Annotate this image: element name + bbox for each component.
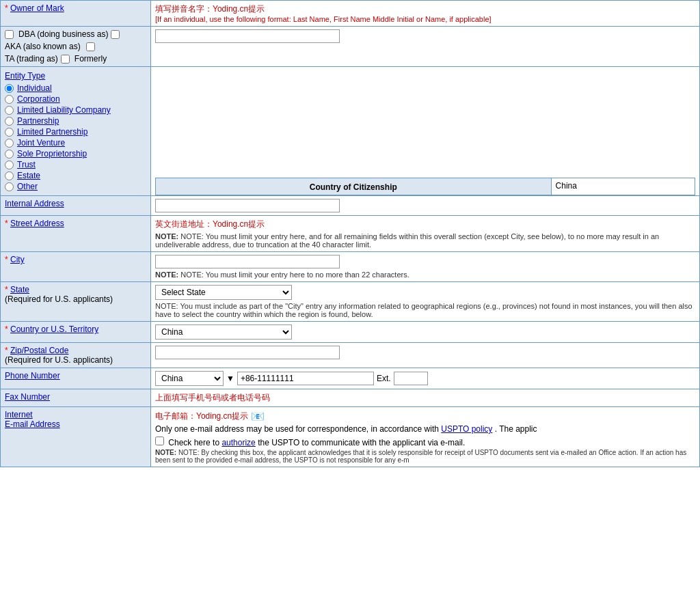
owner-hint: 填写拼音名字：Yoding.cn提示 bbox=[155, 3, 695, 15]
radio-sole-proprietorship-input[interactable] bbox=[5, 150, 14, 158]
city-note: NOTE: NOTE: You must limit your entry he… bbox=[155, 271, 695, 279]
street-note: NOTE: NOTE: You must limit your entry he… bbox=[155, 232, 695, 249]
phone-number-input[interactable] bbox=[237, 372, 374, 385]
email-section: 电子邮箱：Yoding.cn提示 📧 Only one e-mail addre… bbox=[155, 410, 695, 464]
radio-joint-venture-input[interactable] bbox=[5, 139, 14, 148]
email-hint-text: 电子邮箱：Yoding.cn提示 bbox=[155, 411, 248, 422]
radio-partnership-input[interactable] bbox=[5, 117, 14, 126]
ta-checkbox[interactable] bbox=[86, 42, 95, 51]
dba-input[interactable] bbox=[155, 29, 340, 43]
street-hint: 英文街道地址：Yoding.cn提示 bbox=[155, 219, 695, 230]
street-address-link[interactable]: Street Address bbox=[10, 219, 64, 228]
llc-link[interactable]: Limited Liability Company bbox=[17, 105, 111, 115]
required-star: * bbox=[5, 3, 10, 13]
internet-link[interactable]: Internet bbox=[5, 410, 33, 419]
internal-address-label-cell: Internal Address bbox=[1, 196, 151, 216]
joint-venture-link[interactable]: Joint Venture bbox=[17, 138, 65, 148]
internal-address-input[interactable] bbox=[155, 199, 340, 212]
radio-individual-input[interactable] bbox=[5, 84, 14, 93]
radio-trust-input[interactable] bbox=[5, 161, 14, 169]
fax-row: Fax Number 上面填写手机号码或者电话号码 bbox=[1, 389, 700, 407]
fax-hint: 上面填写手机号码或者电话号码 bbox=[155, 392, 695, 404]
internal-address-input-cell bbox=[151, 196, 700, 216]
zip-input[interactable] bbox=[155, 346, 340, 359]
country-label-cell: * Country or U.S. Territory bbox=[1, 322, 151, 343]
radio-corporation: Corporation bbox=[5, 94, 146, 104]
radio-limited-partnership-input[interactable] bbox=[5, 128, 14, 137]
aka-checkbox[interactable] bbox=[111, 30, 120, 39]
phone-label-cell: Phone Number bbox=[1, 368, 151, 389]
phone-input-group: China ▼ Ext. bbox=[155, 371, 695, 386]
state-select[interactable]: Select State bbox=[155, 285, 292, 300]
phone-input-cell: China ▼ Ext. bbox=[151, 368, 700, 389]
email-input-cell: 电子邮箱：Yoding.cn提示 📧 Only one e-mail addre… bbox=[151, 407, 700, 467]
phone-dropdown-arrow: ▼ bbox=[226, 374, 234, 383]
email-hint-row: 电子邮箱：Yoding.cn提示 📧 bbox=[155, 410, 695, 423]
main-form-table: * Owner of Mark 填写拼音名字：Yoding.cn提示 [If a… bbox=[0, 0, 700, 467]
city-link[interactable]: City bbox=[10, 255, 25, 264]
radio-joint-venture: Joint Venture bbox=[5, 138, 146, 148]
dba-checkboxes: DBA (doing business as) AKA (also known … bbox=[5, 29, 146, 64]
estate-link[interactable]: Estate bbox=[17, 171, 40, 180]
owner-of-mark-label-cell: * Owner of Mark bbox=[1, 1, 151, 27]
city-input-cell: NOTE: NOTE: You must limit your entry he… bbox=[151, 252, 700, 282]
email-row: Internet E-mail Address 电子邮箱：Yoding.cn提示… bbox=[1, 407, 700, 467]
owner-note: [If an individual, use the following for… bbox=[155, 15, 695, 23]
state-label-cell: * State (Required for U.S. applicants) bbox=[1, 282, 151, 322]
other-link[interactable]: Other bbox=[17, 182, 38, 191]
dba-checkbox[interactable] bbox=[5, 30, 14, 39]
zip-sublabel: (Required for U.S. applicants) bbox=[5, 355, 113, 365]
uspto-policy-link[interactable]: USPTO policy bbox=[441, 424, 492, 434]
radio-estate: Estate bbox=[5, 171, 146, 180]
email-fine-print: NOTE: NOTE: By checking this box, the ap… bbox=[155, 449, 695, 464]
radio-other-input[interactable] bbox=[5, 182, 14, 191]
corporation-link[interactable]: Corporation bbox=[17, 94, 60, 104]
radio-individual: Individual bbox=[5, 83, 146, 93]
zip-link[interactable]: Zip/Postal Code bbox=[10, 346, 68, 355]
partnership-link[interactable]: Partnership bbox=[17, 116, 59, 126]
street-address-row: * Street Address 英文街道地址：Yoding.cn提示 NOTE… bbox=[1, 216, 700, 252]
radio-llc: Limited Liability Company bbox=[5, 105, 146, 115]
radio-other: Other bbox=[5, 182, 146, 191]
formerly-checkbox[interactable] bbox=[61, 55, 70, 64]
sole-proprietorship-link[interactable]: Sole Proprietorship bbox=[17, 149, 87, 158]
country-row: * Country or U.S. Territory China bbox=[1, 322, 700, 343]
citizenship-row: Country of Citizenship China bbox=[156, 178, 695, 195]
email-address-link[interactable]: E-mail Address bbox=[5, 419, 60, 429]
entity-type-link[interactable]: Entity Type bbox=[5, 71, 45, 81]
owner-of-mark-input-cell: 填写拼音名字：Yoding.cn提示 [If an individual, us… bbox=[151, 1, 700, 27]
country-link[interactable]: Country or U.S. Territory bbox=[10, 324, 98, 334]
trust-link[interactable]: Trust bbox=[17, 160, 36, 169]
dba-label-cell: DBA (doing business as) AKA (also known … bbox=[1, 27, 151, 67]
dba-label: DBA (doing business as) bbox=[18, 29, 108, 39]
email-authorize-row: Check here to authorize the USPTO to com… bbox=[155, 437, 695, 447]
dba-row: DBA (doing business as) AKA (also known … bbox=[1, 27, 700, 67]
country-select[interactable]: China bbox=[155, 324, 292, 340]
city-input[interactable] bbox=[155, 255, 340, 268]
radio-estate-input[interactable] bbox=[5, 171, 14, 180]
city-row: * City NOTE: NOTE: You must limit your e… bbox=[1, 252, 700, 282]
owner-of-mark-row: * Owner of Mark 填写拼音名字：Yoding.cn提示 [If a… bbox=[1, 1, 700, 27]
radio-llc-input[interactable] bbox=[5, 106, 14, 115]
entity-type-label-cell: Entity Type Individual Corporation Limit… bbox=[1, 67, 151, 196]
fax-input-cell: 上面填写手机号码或者电话号码 bbox=[151, 389, 700, 407]
phone-link[interactable]: Phone Number bbox=[5, 371, 60, 380]
state-link[interactable]: State bbox=[10, 285, 29, 294]
country-required-star: * bbox=[5, 324, 10, 334]
individual-link[interactable]: Individual bbox=[17, 83, 52, 93]
citizenship-label: Country of Citizenship bbox=[156, 178, 552, 195]
fax-link[interactable]: Fax Number bbox=[5, 392, 50, 402]
phone-row: Phone Number China ▼ Ext. bbox=[1, 368, 700, 389]
limited-partnership-link[interactable]: Limited Partnership bbox=[17, 127, 88, 137]
ta-label: TA (trading as) bbox=[5, 54, 58, 64]
phone-country-select[interactable]: China bbox=[155, 371, 224, 386]
radio-corporation-input[interactable] bbox=[5, 95, 14, 104]
aka-label: AKA (also known as) bbox=[5, 42, 81, 51]
authorize-checkbox[interactable] bbox=[155, 437, 164, 445]
owner-of-mark-link[interactable]: Owner of Mark bbox=[10, 3, 64, 13]
phone-ext-input[interactable] bbox=[394, 372, 428, 385]
authorize-link[interactable]: authorize bbox=[221, 438, 255, 447]
citizenship-table: Country of Citizenship China bbox=[155, 178, 695, 195]
state-input-cell: Select State NOTE: You must include as p… bbox=[151, 282, 700, 322]
internal-address-link[interactable]: Internal Address bbox=[5, 199, 64, 208]
